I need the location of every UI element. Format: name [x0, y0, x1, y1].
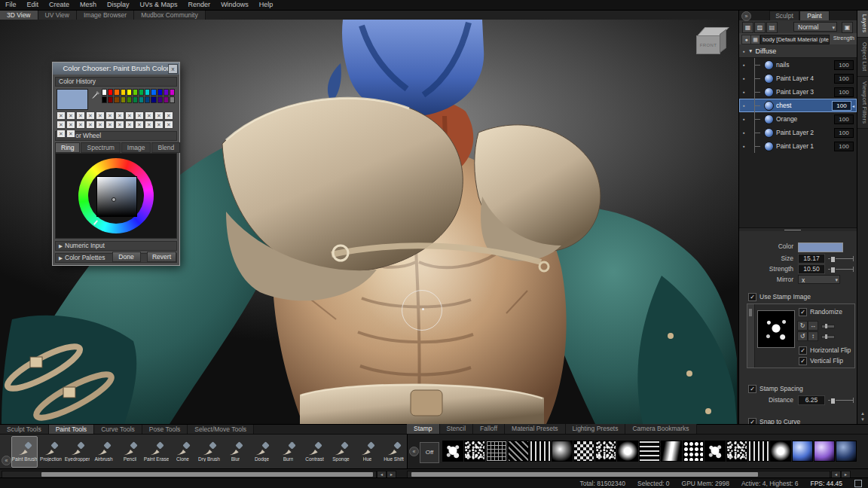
empty-color-swatch[interactable]: ✕ — [105, 120, 115, 129]
menu-item-display[interactable]: Display — [102, 0, 135, 10]
layer-row-paint-layer-2[interactable]: ●Paint Layer 2100 — [739, 126, 857, 139]
wheel-tab-spectrum[interactable]: Spectrum — [81, 142, 120, 153]
history-color-swatch[interactable] — [133, 89, 138, 96]
stamp-thumb-sphere-dark[interactable] — [836, 441, 857, 462]
color-history-header[interactable]: Color History — [55, 77, 177, 87]
tool-paint-brush[interactable]: Paint Brush — [11, 436, 38, 468]
layer-visibility-dot[interactable]: ● — [739, 63, 748, 67]
current-color-swatch[interactable] — [57, 89, 88, 110]
stamp-thumb-hlines[interactable] — [639, 441, 660, 462]
layer-row-chest[interactable]: ●chest100◂ — [739, 99, 857, 112]
layer-name[interactable]: Paint Layer 3 — [776, 88, 834, 96]
view-cube[interactable]: FRONT — [692, 27, 726, 59]
history-color-swatch[interactable] — [164, 89, 169, 96]
layer-strength-value[interactable]: 100 — [834, 128, 854, 138]
menu-item-render[interactable]: Render — [183, 0, 216, 10]
color-wheel[interactable] — [55, 153, 177, 239]
material-name[interactable]: body [Default Material (pte — [760, 35, 830, 44]
stamp-thumb-grid[interactable] — [486, 441, 507, 462]
vertical-flip-checkbox[interactable]: ✓ Vertical Flip — [799, 357, 843, 364]
history-color-swatch[interactable] — [157, 96, 163, 103]
history-color-swatch[interactable] — [127, 96, 132, 103]
rotate-mini-slider[interactable] — [821, 325, 835, 328]
empty-color-swatch[interactable]: ✕ — [145, 111, 154, 120]
add-layer-button[interactable]: ▦ — [742, 22, 753, 33]
collapse-stamp-tray-button[interactable]: « — [409, 447, 419, 456]
empty-color-swatch[interactable]: ✕ — [164, 111, 173, 120]
history-color-swatch[interactable] — [114, 89, 119, 96]
stamp-thumb-noise[interactable] — [595, 441, 616, 462]
eyedropper-icon[interactable] — [91, 89, 100, 98]
side-tab-object-list[interactable]: Object List — [857, 38, 868, 77]
size-value-field[interactable]: 15.17 — [798, 254, 825, 264]
layer-visibility-dot[interactable]: ● — [739, 117, 748, 121]
empty-color-swatch[interactable]: ✕ — [57, 120, 66, 129]
empty-color-swatch[interactable]: ✕ — [96, 111, 105, 120]
history-color-swatch[interactable] — [145, 89, 150, 96]
empty-color-swatch[interactable]: ✕ — [125, 111, 134, 120]
distance-value-field[interactable]: 6.25 — [798, 395, 825, 405]
empty-color-swatch[interactable]: ✕ — [66, 130, 75, 138]
empty-color-swatch[interactable]: ✕ — [76, 120, 85, 129]
tab-paint[interactable]: Paint — [799, 11, 830, 20]
saturation-value-square[interactable] — [96, 176, 137, 217]
history-color-swatch[interactable] — [127, 89, 132, 96]
history-color-swatch[interactable] — [114, 96, 119, 103]
empty-color-swatch[interactable]: ✕ — [135, 111, 144, 120]
layer-strength-value[interactable]: 100 — [834, 114, 854, 124]
tray-tab-lighting-presets[interactable]: Lighting Presets — [566, 424, 626, 434]
empty-color-swatch[interactable]: ✕ — [115, 120, 124, 129]
size-slider[interactable] — [828, 255, 854, 262]
layer-strength-value[interactable]: 100 — [834, 87, 854, 97]
layer-name[interactable]: Orange — [776, 115, 834, 123]
view-tab-3d-view[interactable]: 3D View — [0, 11, 38, 20]
stamp-thumb-splatter[interactable] — [442, 441, 463, 462]
stamp-thumb-smudge[interactable] — [552, 441, 573, 462]
empty-color-swatch[interactable]: ✕ — [154, 120, 164, 129]
stamp-thumb-sphere-blue[interactable] — [792, 441, 813, 462]
empty-color-swatch[interactable]: ✕ — [86, 111, 95, 120]
tool-contrast[interactable]: Contrast — [301, 436, 328, 468]
stamp-thumb-splatter[interactable] — [704, 441, 726, 462]
stamp-spacing-checkbox[interactable]: ✓ Stamp Spacing — [748, 385, 803, 392]
collapse-right-panel-button[interactable]: » — [741, 11, 751, 21]
group-expand-icon[interactable]: ▼ — [748, 48, 753, 53]
menu-item-windows[interactable]: Windows — [215, 0, 254, 10]
layer-group-diffuse[interactable]: ● ▼ Diffuse — [739, 44, 857, 58]
import-layer-button[interactable]: ▤ — [766, 22, 778, 33]
tray-tab-stencil[interactable]: Stencil — [440, 424, 474, 434]
menu-item-uvs-maps[interactable]: UVs & Maps — [135, 0, 183, 10]
layer-strength-value[interactable]: 100 — [832, 101, 851, 111]
layer-row-paint-layer-3[interactable]: ●Paint Layer 3100 — [739, 85, 857, 99]
stamp-side-strip[interactable] — [747, 304, 755, 368]
history-color-swatch[interactable] — [157, 89, 163, 96]
rotate-icon[interactable]: ↻ — [797, 321, 808, 331]
layer-visibility-dot[interactable]: ● — [739, 90, 748, 94]
history-color-swatch[interactable] — [151, 89, 156, 96]
strength-slider[interactable] — [828, 266, 854, 273]
scale-mini-slider[interactable] — [821, 335, 835, 339]
empty-color-swatch[interactable]: ✕ — [105, 111, 115, 120]
empty-color-swatch[interactable]: ✕ — [66, 120, 75, 129]
collapse-tray-button[interactable]: « — [2, 456, 11, 465]
layer-strength-value[interactable]: 100 — [834, 142, 854, 151]
layer-name[interactable]: Paint Layer 4 — [776, 75, 834, 82]
wheel-tab-ring[interactable]: Ring — [55, 142, 80, 153]
tray-scrollbar-thumb[interactable] — [41, 472, 373, 477]
history-color-swatch[interactable] — [133, 96, 138, 103]
history-color-swatch[interactable] — [170, 89, 175, 96]
duplicate-layer-button[interactable]: ▨ — [754, 22, 766, 33]
distance-slider-handle[interactable] — [830, 398, 836, 404]
stamp-thumb-noise[interactable] — [464, 441, 485, 462]
revert-button[interactable]: Revert — [147, 252, 176, 262]
stamp-thumb-dots[interactable] — [683, 441, 704, 462]
layer-visibility-dot[interactable]: ● — [739, 76, 748, 81]
history-color-swatch[interactable] — [151, 96, 156, 103]
stamp-thumb-streak[interactable] — [661, 441, 682, 462]
tray-tab-camera-bookmarks[interactable]: Camera Bookmarks — [625, 424, 696, 434]
hue-ring[interactable] — [78, 158, 154, 233]
side-tab-viewport-filters[interactable]: Viewport Filters — [857, 77, 868, 129]
brush-color-swatch[interactable] — [798, 242, 843, 252]
menu-item-help[interactable]: Help — [254, 0, 279, 10]
flip-horizontal-icon[interactable]: ↔ — [808, 321, 818, 331]
